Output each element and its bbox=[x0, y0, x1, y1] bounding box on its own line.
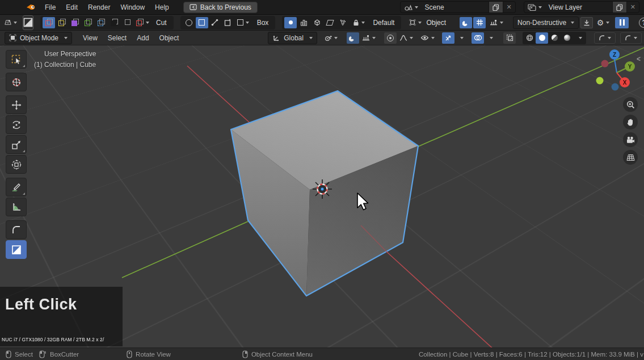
shape-polyline-button[interactable] bbox=[209, 17, 221, 28]
mode-shatter-button[interactable] bbox=[336, 17, 349, 28]
view-layer-name-field[interactable]: View Layer bbox=[545, 2, 612, 12]
shading-wireframe-button[interactable] bbox=[523, 32, 536, 44]
menu-render[interactable]: Render bbox=[83, 3, 115, 11]
bool-inset-button[interactable] bbox=[69, 17, 81, 28]
addon-corner-dropdown-2[interactable] bbox=[620, 32, 642, 44]
pan-button[interactable] bbox=[623, 115, 638, 129]
view-layer-remove-button[interactable]: ✕ bbox=[626, 2, 639, 12]
menu-edit[interactable]: Edit bbox=[61, 3, 83, 11]
bool-mode-dropdown[interactable] bbox=[134, 17, 151, 28]
apply-download-button[interactable] bbox=[580, 17, 593, 28]
perspective-ortho-button[interactable] bbox=[623, 150, 638, 165]
tool-move-button[interactable] bbox=[6, 95, 27, 114]
help-button[interactable]: ? bbox=[639, 18, 644, 28]
cube-icon bbox=[313, 19, 321, 26]
camera-view-button[interactable] bbox=[623, 132, 638, 147]
grid-snap-button[interactable] bbox=[473, 17, 486, 28]
view-layer-new-copy-button[interactable] bbox=[612, 2, 626, 12]
tool-measure-button[interactable] bbox=[6, 198, 27, 216]
shape-box-button[interactable] bbox=[196, 17, 208, 28]
rotate-icon bbox=[11, 120, 22, 130]
bool-cut-button[interactable] bbox=[43, 17, 55, 28]
gizmo-axis-neg-z[interactable] bbox=[612, 83, 619, 91]
visibility-dropdown[interactable] bbox=[417, 32, 437, 44]
proportional-edit-toggle[interactable] bbox=[384, 32, 397, 44]
mode-lock-dropdown[interactable] bbox=[350, 17, 368, 28]
menu-file[interactable]: File bbox=[40, 3, 61, 11]
bool-extract-button[interactable] bbox=[108, 17, 120, 28]
vp-menu-select[interactable]: Select bbox=[103, 34, 132, 42]
square-icon bbox=[199, 19, 205, 26]
vp-menu-object[interactable]: Object bbox=[154, 34, 184, 42]
bool-slice-button[interactable] bbox=[56, 17, 68, 28]
tool-rotate-button[interactable] bbox=[6, 115, 27, 134]
shape-circle-button[interactable] bbox=[183, 17, 195, 28]
vp-menu-add[interactable]: Add bbox=[132, 34, 154, 42]
zoom-button[interactable] bbox=[623, 97, 638, 112]
chevron-down-icon bbox=[538, 6, 542, 9]
slice-icon bbox=[58, 19, 66, 26]
mode-slice-button[interactable] bbox=[323, 17, 336, 28]
menu-window[interactable]: Window bbox=[115, 3, 150, 11]
gizmo-dropdown[interactable] bbox=[454, 32, 467, 44]
mode-dot-button[interactable] bbox=[284, 17, 297, 28]
pivot-point-dropdown[interactable] bbox=[322, 32, 341, 44]
show-overlays-toggle[interactable] bbox=[472, 32, 484, 44]
editor-type-button[interactable] bbox=[5, 17, 17, 28]
shape-ngon-button[interactable] bbox=[222, 17, 234, 28]
bool-join-button[interactable] bbox=[82, 17, 94, 28]
gizmo-axis-x[interactable]: X bbox=[620, 77, 630, 87]
tool-scale-button[interactable] bbox=[6, 135, 27, 154]
pause-button[interactable] bbox=[615, 17, 629, 28]
bool-knife-button[interactable] bbox=[95, 17, 107, 28]
absolute-grid-snap-dropdown[interactable] bbox=[487, 17, 506, 28]
vp-snap-toggle[interactable] bbox=[347, 32, 359, 44]
mode-sort-button[interactable] bbox=[297, 17, 310, 28]
show-gizmo-toggle[interactable] bbox=[442, 32, 454, 44]
shading-rendered-button[interactable] bbox=[561, 32, 573, 44]
falloff-dropdown[interactable] bbox=[397, 32, 416, 44]
tool-select-box-button[interactable] bbox=[6, 50, 27, 69]
vp-menu-view[interactable]: View bbox=[78, 34, 103, 42]
mode-cube-button[interactable] bbox=[310, 17, 323, 28]
gizmo-axis-y[interactable]: Y bbox=[625, 61, 635, 72]
scene-unlink-button[interactable]: ✕ bbox=[503, 2, 515, 12]
sidebar-collapse-chevron[interactable]: < bbox=[637, 55, 641, 63]
shading-dropdown[interactable] bbox=[573, 32, 586, 44]
transform-orientation-dropdown[interactable]: Global bbox=[268, 32, 317, 44]
chevron-down-icon bbox=[334, 37, 338, 39]
tool-transform-button[interactable] bbox=[6, 155, 27, 174]
view-layer-browse-button[interactable] bbox=[524, 2, 545, 12]
gizmo-axis-neg-x[interactable] bbox=[601, 60, 609, 68]
cut-icon bbox=[45, 19, 53, 26]
gizmo-axis-neg-y[interactable] bbox=[596, 77, 604, 85]
overlays-dropdown[interactable] bbox=[484, 32, 496, 44]
tool-cursor-button[interactable] bbox=[6, 73, 27, 91]
tool-corner-button[interactable] bbox=[6, 220, 27, 239]
snap-toggle-button[interactable] bbox=[460, 17, 472, 28]
target-selector-button[interactable] bbox=[409, 17, 422, 28]
blender-logo-icon[interactable] bbox=[26, 3, 36, 11]
scene-browse-button[interactable] bbox=[401, 2, 422, 12]
xray-toggle[interactable] bbox=[503, 32, 516, 44]
menu-help[interactable]: Help bbox=[150, 3, 174, 11]
shape-custom-dropdown[interactable] bbox=[235, 17, 252, 28]
addon-corner-dropdown-1[interactable] bbox=[594, 32, 616, 44]
gear-dropdown-button[interactable]: ⚙ bbox=[593, 17, 613, 28]
view-layer-icon bbox=[528, 4, 536, 11]
bool-box-button[interactable] bbox=[121, 17, 133, 28]
shading-solid-button[interactable] bbox=[536, 32, 548, 44]
active-tool-boxcutter-button[interactable] bbox=[23, 15, 33, 30]
tool-boxcutter-button[interactable] bbox=[6, 240, 27, 259]
scene-new-copy-button[interactable] bbox=[489, 2, 503, 12]
gizmo-axis-z[interactable]: Z bbox=[609, 49, 620, 60]
tool-annotate-button[interactable] bbox=[6, 178, 27, 196]
back-to-previous-button[interactable]: Back to Previous bbox=[183, 2, 258, 13]
mode-selector-dropdown[interactable]: Object Mode bbox=[5, 32, 72, 44]
shading-material-button[interactable] bbox=[548, 32, 561, 44]
viewport-canvas[interactable]: User Perspective (1) Collection | Cube Z… bbox=[0, 45, 644, 348]
navigation-gizmo[interactable]: Z Y X < bbox=[590, 48, 644, 99]
scene-name-field[interactable]: Scene bbox=[422, 2, 489, 12]
operation-mode-dropdown[interactable]: Non-Destructive bbox=[513, 16, 579, 29]
vp-snap-settings-dropdown[interactable] bbox=[359, 32, 378, 44]
